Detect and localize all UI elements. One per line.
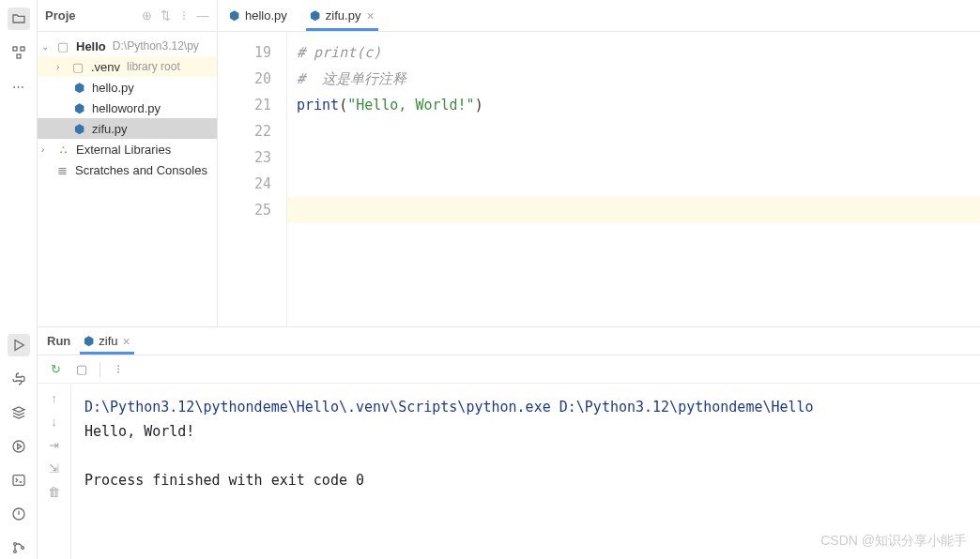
- python-file-icon: ⬢: [84, 334, 94, 348]
- tab-hello[interactable]: ⬢ hello.py: [218, 0, 299, 31]
- editor-area: ⬢ hello.py ⬢ zifu.py × 19 20 21 22 23 24: [218, 0, 980, 326]
- locate-icon[interactable]: ⊕: [140, 8, 153, 23]
- line-number: 22: [225, 118, 271, 144]
- tree-label: zifu.py: [92, 122, 128, 136]
- tree-external-libs[interactable]: › ⛬ External Libraries: [38, 139, 217, 159]
- chevron-down-icon: ⌄: [41, 41, 53, 52]
- tree-hint: library root: [127, 60, 180, 73]
- line-gutter: 19 20 21 22 23 24 25: [218, 32, 287, 326]
- tree-label: Hello: [76, 39, 106, 53]
- collapse-icon[interactable]: ⁝: [177, 8, 191, 23]
- expand-icon[interactable]: ⇅: [159, 8, 172, 23]
- close-icon[interactable]: ×: [366, 8, 374, 23]
- svg-rect-1: [21, 47, 24, 51]
- library-icon: ⛬: [55, 142, 70, 157]
- scratches-icon: ≣: [54, 162, 69, 177]
- wrap-icon[interactable]: ⇥: [49, 438, 59, 452]
- tree-root[interactable]: ⌄ ▢ Hello D:\Python3.12\py: [38, 36, 217, 56]
- debug-run-button[interactable]: [8, 435, 30, 458]
- terminal-button[interactable]: [8, 469, 30, 491]
- line-number: 25: [225, 197, 271, 223]
- code-comment: # 这是单行注释: [297, 70, 406, 87]
- tree-label: Scratches and Consoles: [75, 163, 207, 177]
- svg-marker-3: [15, 340, 23, 351]
- console-gutter: ↑ ↓ ⇥ ⇲ 🗑: [38, 384, 71, 559]
- tree-path: D:\Python3.12\py: [113, 39, 199, 53]
- hide-icon[interactable]: —: [196, 8, 209, 23]
- stop-button[interactable]: ▢: [73, 361, 90, 378]
- run-tab-zifu[interactable]: ⬢ zifu ×: [84, 327, 130, 355]
- structure-tool-button[interactable]: [8, 41, 30, 64]
- close-icon[interactable]: ×: [123, 334, 130, 349]
- code-content[interactable]: # print(c) # 这是单行注释 print("Hello, World!…: [287, 32, 980, 326]
- code-paren: (: [339, 97, 347, 113]
- line-number: 23: [225, 144, 271, 171]
- python-console-button[interactable]: [8, 368, 30, 390]
- run-tool-button[interactable]: [8, 334, 30, 356]
- upper-split: Proje ⊕ ⇅ ⁝ — ⌄ ▢ Hello D:\Python3.12\py…: [38, 0, 980, 326]
- code-string: "Hello, World!": [347, 97, 474, 113]
- svg-rect-2: [17, 54, 21, 58]
- run-title: Run: [47, 334, 70, 348]
- code-editor[interactable]: 19 20 21 22 23 24 25 # print(c) # 这是单行注释…: [218, 32, 980, 326]
- tree-label: hello.py: [92, 81, 134, 95]
- svg-point-10: [21, 547, 23, 550]
- folder-icon: ▢: [70, 59, 85, 74]
- run-tab-label: zifu: [99, 334, 117, 348]
- up-icon[interactable]: ↑: [51, 391, 57, 405]
- python-file-icon: ⬢: [310, 8, 320, 23]
- project-title: Proje: [45, 8, 76, 23]
- tab-zifu[interactable]: ⬢ zifu.py ×: [299, 0, 386, 31]
- tree-file[interactable]: ⬢ hello.py: [38, 77, 217, 98]
- vcs-button[interactable]: [8, 536, 30, 559]
- tree-scratches[interactable]: ≣ Scratches and Consoles: [38, 159, 217, 180]
- main-area: Proje ⊕ ⇅ ⁝ — ⌄ ▢ Hello D:\Python3.12\py…: [38, 0, 980, 559]
- more-button[interactable]: ⁝: [110, 361, 127, 378]
- svg-rect-6: [13, 476, 24, 486]
- editor-tabs: ⬢ hello.py ⬢ zifu.py ×: [218, 0, 980, 32]
- console-stdout: Hello, World!: [84, 419, 967, 444]
- left-tool-rail: ⋯: [0, 0, 38, 559]
- console-blank: [84, 444, 967, 468]
- python-file-icon: ⬢: [71, 121, 86, 136]
- rerun-button[interactable]: ↻: [47, 361, 64, 378]
- problems-button[interactable]: [8, 503, 30, 525]
- run-tabs: Run ⬢ zifu ×: [38, 327, 980, 355]
- console-command: D:\Python3.12\pythondeme\Hello\.venv\Scr…: [84, 395, 967, 419]
- project-tool-button[interactable]: [8, 8, 30, 30]
- separator: [100, 362, 100, 377]
- project-tree: ⌄ ▢ Hello D:\Python3.12\py › ▢ .venv lib…: [38, 32, 217, 184]
- tree-venv[interactable]: › ▢ .venv library root: [38, 56, 217, 77]
- console-exit: Process finished with exit code 0: [84, 468, 967, 492]
- tree-file-selected[interactable]: ⬢ zifu.py: [38, 118, 217, 139]
- line-number: 24: [225, 171, 271, 197]
- project-header: Proje ⊕ ⇅ ⁝ —: [38, 0, 217, 32]
- tree-file[interactable]: ⬢ helloword.py: [38, 98, 217, 118]
- python-file-icon: ⬢: [71, 100, 86, 115]
- python-file-icon: ⬢: [71, 80, 86, 95]
- tree-label: helloword.py: [92, 101, 161, 115]
- folder-icon: ▢: [55, 38, 70, 53]
- line-number: 21: [225, 92, 271, 118]
- console-output[interactable]: D:\Python3.12\pythondeme\Hello\.venv\Scr…: [71, 384, 980, 559]
- more-tool-button[interactable]: ⋯: [8, 75, 30, 98]
- code-paren: ): [475, 97, 483, 113]
- run-panel: Run ⬢ zifu × ↻ ▢ ⁝ ↑ ↓ ⇥ ⇲ 🗑 D:\Python3.…: [38, 326, 980, 559]
- tree-label: .venv: [91, 60, 120, 74]
- trash-icon[interactable]: 🗑: [48, 485, 60, 499]
- tab-label: hello.py: [245, 8, 287, 23]
- services-button[interactable]: [8, 401, 30, 424]
- chevron-right-icon: ›: [41, 144, 53, 155]
- svg-point-9: [13, 551, 16, 553]
- code-func: print: [297, 97, 339, 113]
- svg-point-4: [13, 441, 24, 452]
- down-icon[interactable]: ↓: [51, 415, 57, 429]
- svg-marker-5: [17, 444, 21, 448]
- python-file-icon: ⬢: [229, 8, 239, 23]
- scroll-icon[interactable]: ⇲: [49, 461, 59, 476]
- tab-label: zifu.py: [326, 8, 361, 23]
- current-line-highlight: [287, 197, 980, 223]
- run-toolbar: ↻ ▢ ⁝: [38, 355, 980, 384]
- svg-rect-0: [13, 47, 17, 51]
- code-comment: # print(c): [297, 44, 381, 61]
